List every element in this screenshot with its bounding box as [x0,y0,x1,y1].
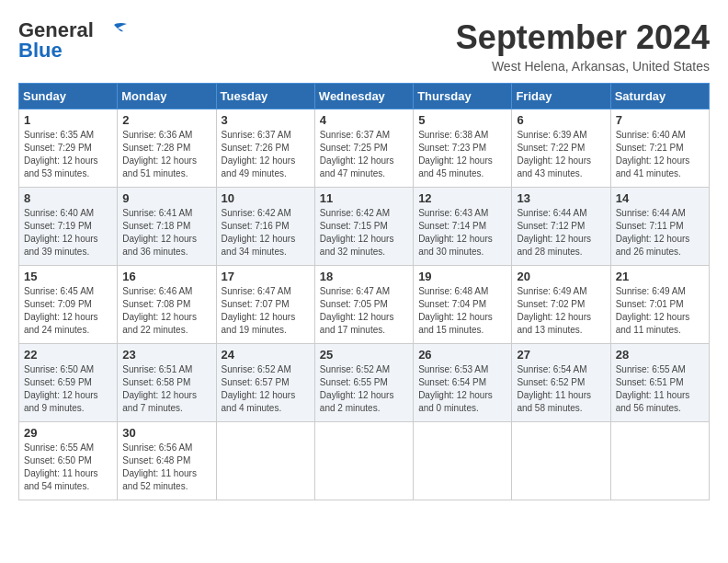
day-info: Sunrise: 6:40 AMSunset: 7:19 PMDaylight:… [24,207,112,259]
calendar-cell [314,422,413,500]
calendar-week-5: 29 Sunrise: 6:55 AMSunset: 6:50 PMDaylig… [19,422,710,500]
calendar-cell: 1 Sunrise: 6:35 AMSunset: 7:29 PMDayligh… [19,109,118,188]
calendar-cell: 26 Sunrise: 6:53 AMSunset: 6:54 PMDaylig… [414,344,512,422]
day-info: Sunrise: 6:56 AMSunset: 6:48 PMDaylight:… [122,442,210,493]
day-info: Sunrise: 6:44 AMSunset: 7:11 PMDaylight:… [616,207,704,259]
day-info: Sunrise: 6:40 AMSunset: 7:21 PMDaylight:… [616,129,704,180]
day-number: 24 [222,348,310,362]
day-number: 9 [122,191,210,205]
calendar-cell [216,422,314,500]
day-info: Sunrise: 6:43 AMSunset: 7:14 PMDaylight:… [418,207,506,259]
day-number: 10 [222,191,310,205]
day-number: 25 [320,348,408,362]
day-number: 27 [517,348,605,362]
day-info: Sunrise: 6:51 AMSunset: 6:58 PMDaylight:… [122,363,210,415]
day-number: 8 [24,191,112,205]
day-info: Sunrise: 6:50 AMSunset: 6:59 PMDaylight:… [24,363,112,415]
calendar-body: 1 Sunrise: 6:35 AMSunset: 7:29 PMDayligh… [19,109,710,500]
day-info: Sunrise: 6:37 AMSunset: 7:26 PMDaylight:… [222,129,310,180]
day-info: Sunrise: 6:39 AMSunset: 7:22 PMDaylight:… [517,129,605,180]
calendar-cell: 30 Sunrise: 6:56 AMSunset: 6:48 PMDaylig… [118,422,216,500]
day-number: 3 [222,113,310,127]
calendar-cell: 28 Sunrise: 6:55 AMSunset: 6:51 PMDaylig… [610,344,709,422]
day-number: 20 [517,270,605,283]
calendar-week-2: 8 Sunrise: 6:40 AMSunset: 7:19 PMDayligh… [19,188,710,266]
calendar-cell: 23 Sunrise: 6:51 AMSunset: 6:58 PMDaylig… [118,344,216,422]
day-info: Sunrise: 6:37 AMSunset: 7:25 PMDaylight:… [320,129,408,180]
location: West Helena, Arkansas, United States [456,59,710,74]
logo: General Blue [18,18,129,63]
day-info: Sunrise: 6:52 AMSunset: 6:57 PMDaylight:… [222,363,310,415]
day-info: Sunrise: 6:52 AMSunset: 6:55 PMDaylight:… [320,363,408,415]
day-info: Sunrise: 6:55 AMSunset: 6:50 PMDaylight:… [24,442,112,493]
calendar-header-saturday: Saturday [610,84,709,109]
title-area: September 2024 West Helena, Arkansas, Un… [456,18,710,74]
calendar-cell: 16 Sunrise: 6:46 AMSunset: 7:08 PMDaylig… [118,266,216,344]
calendar-cell: 10 Sunrise: 6:42 AMSunset: 7:16 PMDaylig… [216,188,314,266]
day-number: 7 [616,113,704,127]
calendar-header-sunday: Sunday [19,84,118,109]
calendar-cell: 3 Sunrise: 6:37 AMSunset: 7:26 PMDayligh… [216,109,314,188]
day-info: Sunrise: 6:45 AMSunset: 7:09 PMDaylight:… [24,285,112,337]
day-number: 21 [616,270,704,283]
calendar-cell: 2 Sunrise: 6:36 AMSunset: 7:28 PMDayligh… [118,109,216,188]
day-info: Sunrise: 6:53 AMSunset: 6:54 PMDaylight:… [418,363,506,415]
calendar-cell: 12 Sunrise: 6:43 AMSunset: 7:14 PMDaylig… [414,188,512,266]
calendar-cell: 15 Sunrise: 6:45 AMSunset: 7:09 PMDaylig… [19,266,118,344]
day-info: Sunrise: 6:47 AMSunset: 7:05 PMDaylight:… [320,285,408,337]
calendar-cell: 7 Sunrise: 6:40 AMSunset: 7:21 PMDayligh… [610,109,709,188]
day-info: Sunrise: 6:41 AMSunset: 7:18 PMDaylight:… [122,207,210,259]
day-info: Sunrise: 6:55 AMSunset: 6:51 PMDaylight:… [616,363,704,415]
calendar-cell: 13 Sunrise: 6:44 AMSunset: 7:12 PMDaylig… [512,188,610,266]
day-info: Sunrise: 6:35 AMSunset: 7:29 PMDaylight:… [24,129,112,180]
calendar-cell [512,422,610,500]
day-info: Sunrise: 6:36 AMSunset: 7:28 PMDaylight:… [122,129,210,180]
day-info: Sunrise: 6:42 AMSunset: 7:16 PMDaylight:… [222,207,310,259]
day-number: 28 [616,348,704,362]
day-number: 12 [418,191,506,205]
calendar-cell: 9 Sunrise: 6:41 AMSunset: 7:18 PMDayligh… [118,188,216,266]
calendar-header-friday: Friday [512,84,610,109]
calendar-cell: 18 Sunrise: 6:47 AMSunset: 7:05 PMDaylig… [314,266,413,344]
day-info: Sunrise: 6:54 AMSunset: 6:52 PMDaylight:… [517,363,605,415]
day-number: 17 [222,270,310,283]
day-number: 2 [122,113,210,127]
month-title: September 2024 [456,18,710,57]
day-number: 23 [122,348,210,362]
calendar-header-monday: Monday [118,84,216,109]
calendar-cell: 19 Sunrise: 6:48 AMSunset: 7:04 PMDaylig… [414,266,512,344]
day-number: 11 [320,191,408,205]
day-number: 22 [24,348,112,362]
day-info: Sunrise: 6:49 AMSunset: 7:02 PMDaylight:… [517,285,605,337]
calendar-cell: 4 Sunrise: 6:37 AMSunset: 7:25 PMDayligh… [314,109,413,188]
calendar-week-3: 15 Sunrise: 6:45 AMSunset: 7:09 PMDaylig… [19,266,710,344]
day-number: 6 [517,113,605,127]
calendar-cell: 24 Sunrise: 6:52 AMSunset: 6:57 PMDaylig… [216,344,314,422]
day-info: Sunrise: 6:49 AMSunset: 7:01 PMDaylight:… [616,285,704,337]
day-number: 16 [122,270,210,283]
calendar-cell: 27 Sunrise: 6:54 AMSunset: 6:52 PMDaylig… [512,344,610,422]
calendar-header-row: SundayMondayTuesdayWednesdayThursdayFrid… [19,84,710,109]
day-number: 30 [122,426,210,440]
calendar-cell [610,422,709,500]
calendar-cell: 20 Sunrise: 6:49 AMSunset: 7:02 PMDaylig… [512,266,610,344]
calendar-cell: 22 Sunrise: 6:50 AMSunset: 6:59 PMDaylig… [19,344,118,422]
day-info: Sunrise: 6:48 AMSunset: 7:04 PMDaylight:… [418,285,506,337]
day-number: 13 [517,191,605,205]
day-info: Sunrise: 6:38 AMSunset: 7:23 PMDaylight:… [418,129,506,180]
calendar-week-4: 22 Sunrise: 6:50 AMSunset: 6:59 PMDaylig… [19,344,710,422]
calendar-header-thursday: Thursday [414,84,512,109]
calendar-cell: 17 Sunrise: 6:47 AMSunset: 7:07 PMDaylig… [216,266,314,344]
day-number: 1 [24,113,112,127]
calendar-cell: 21 Sunrise: 6:49 AMSunset: 7:01 PMDaylig… [610,266,709,344]
day-number: 18 [320,270,408,283]
calendar-cell: 29 Sunrise: 6:55 AMSunset: 6:50 PMDaylig… [19,422,118,500]
calendar-cell: 11 Sunrise: 6:42 AMSunset: 7:15 PMDaylig… [314,188,413,266]
logo-bird-icon [99,21,129,41]
calendar: SundayMondayTuesdayWednesdayThursdayFrid… [18,83,710,500]
calendar-cell: 14 Sunrise: 6:44 AMSunset: 7:11 PMDaylig… [610,188,709,266]
day-number: 5 [418,113,506,127]
day-number: 19 [418,270,506,283]
calendar-cell: 6 Sunrise: 6:39 AMSunset: 7:22 PMDayligh… [512,109,610,188]
logo-blue-text: Blue [18,39,63,63]
